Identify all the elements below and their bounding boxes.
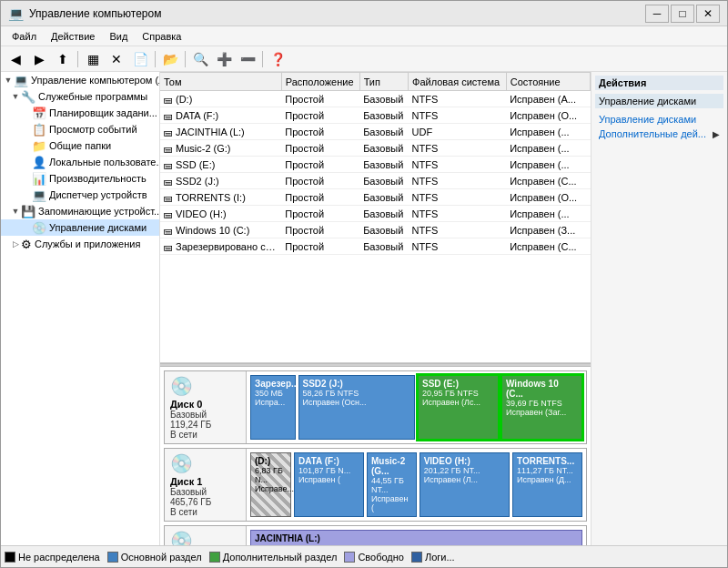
disk-status-disk1: В сети	[170, 507, 240, 517]
main-window: 💻 Управление компьютером ─ □ ✕ Файл Дейс…	[0, 0, 728, 568]
sidebar-item-scheduler[interactable]: 📅 Планировщик задани...	[1, 105, 159, 121]
sidebar-item-diskmgmt[interactable]: 💿 Управление дисками	[1, 219, 159, 236]
legend-box-primary	[107, 552, 118, 563]
menu-action[interactable]: Действие	[44, 29, 102, 44]
menu-view[interactable]: Вид	[102, 29, 135, 44]
col-vol[interactable]: Том	[160, 73, 281, 91]
partition-disk0-2[interactable]: SSD (E:)20,95 ГБ NTFSИсправен (Лс...	[418, 375, 499, 440]
action-disk-mgmt[interactable]: Управление дисками	[595, 112, 723, 127]
partition-disk0-3[interactable]: Windows 10 (С...39,69 ГБ NTFSИсправен (З…	[501, 375, 582, 440]
table-row[interactable]: 🖴TORRENTS (I:)ПростойБазовыйNTFSИсправен…	[160, 189, 591, 206]
sidebar-label-storage: Запоминающие устройст...	[38, 206, 160, 217]
partition-cdrom0-0[interactable]: JACINTHIA (L:)3,25 ГБ UDFИсправен (Основ…	[250, 530, 582, 545]
legend-free: Свободно	[344, 552, 404, 563]
sidebar-item-localusers[interactable]: 👤 Локальные пользовате...	[1, 154, 159, 170]
sidebar-item-services[interactable]: ▷ ⚙ Службы и приложения	[1, 236, 159, 252]
menu-help[interactable]: Справка	[135, 29, 188, 44]
toolbar-separator-1	[77, 51, 78, 67]
up-button[interactable]: ⬆	[52, 49, 74, 69]
zoom-out-button[interactable]: ➖	[237, 49, 258, 69]
maximize-button[interactable]: □	[671, 5, 694, 23]
expand-icon-root: ▼	[3, 76, 14, 85]
col-loc[interactable]: Расположение	[281, 73, 359, 91]
export-button[interactable]: 📂	[159, 49, 181, 69]
legend-logical: Логи...	[411, 552, 455, 563]
disk-size-disk0: 119,24 ГБ	[170, 420, 240, 430]
col-status[interactable]: Состояние	[506, 73, 590, 91]
partition-disk1-4[interactable]: TORRENTS...111,27 ГБ NT...Исправен (Д...	[512, 452, 582, 517]
legend-box-unallocated	[5, 552, 15, 563]
partition-status-disk1-1: Исправен (	[298, 475, 359, 484]
sidebar-item-shared[interactable]: 📁 Общие папки	[1, 137, 159, 154]
action-more[interactable]: Дополнительные дей... ▶	[595, 127, 723, 141]
forward-button[interactable]: ▶	[28, 49, 50, 69]
table-cell-col3: NTFS	[409, 189, 507, 206]
close-button[interactable]: ✕	[696, 5, 720, 23]
table-row[interactable]: 🖴(D:)ПростойБазовыйNTFSИсправен (А...	[160, 91, 591, 107]
table-row[interactable]: 🖴Windows 10 (C:)ПростойБазовыйNTFSИсправ…	[160, 222, 591, 238]
disk-info-disk0: 💿Диск 0Базовый119,24 ГБВ сети	[165, 371, 247, 443]
zoom-in-button[interactable]: ➕	[213, 49, 235, 69]
table-row[interactable]: 🖴DATA (F:)ПростойБазовыйNTFSИсправен (О.…	[160, 107, 591, 124]
table-row[interactable]: 🖴JACINTHIA (L:)ПростойБазовыйUDFИсправен…	[160, 124, 591, 140]
partition-disk1-2[interactable]: Music-2 (G...44,55 ГБ NT...Исправен (	[367, 452, 417, 517]
partition-name-disk0-3: Windows 10 (С...	[506, 379, 578, 399]
partition-disk0-1[interactable]: SSD2 (J:)58,26 ГБ NTFSИсправен (Осн...	[298, 375, 416, 440]
sidebar-label-scheduler: Планировщик задани...	[49, 107, 157, 118]
table-cell-col2: Базовый	[359, 222, 408, 238]
partition-status-disk1-4: Исправен (Д...	[517, 475, 578, 484]
toolbar: ◀ ▶ ⬆ ▦ ✕ 📄 📂 🔍 ➕ ➖ ❓	[1, 46, 727, 72]
show-hide-button[interactable]: ▦	[82, 49, 104, 69]
search-button[interactable]: 🔍	[189, 49, 211, 69]
sidebar-item-utils[interactable]: ▼ 🔧 Служебные программы	[1, 88, 159, 105]
partition-size-disk1-0: 6,83 ГБ N...	[255, 466, 287, 484]
disk-partitions-disk1: (D:)6,83 ГБ N...Исправе...DATA (F:)101,8…	[247, 449, 586, 521]
table-row[interactable]: 🖴SSD2 (J:)ПростойБазовыйNTFSИсправен (С.…	[160, 173, 591, 189]
legend-label-additional: Дополнительный раздел	[223, 552, 338, 563]
sidebar-item-perf[interactable]: 📊 Производительность	[1, 170, 159, 187]
table-cell-col0: 🖴JACINTHIA (L:)	[160, 124, 281, 140]
sidebar: ▼ 💻 Управление компьютером (л... ▼ 🔧 Слу…	[1, 72, 160, 545]
partition-status-disk0-3: Исправен (Заг...	[506, 408, 578, 417]
col-fs[interactable]: Файловая система	[409, 73, 507, 91]
partition-disk0-0[interactable]: Зарезер...350 МБИспра...	[250, 375, 296, 440]
partition-name-disk0-0: Зарезер...	[255, 379, 291, 389]
help-button[interactable]: ❓	[267, 49, 288, 69]
partition-status-disk0-1: Исправен (Осн...	[303, 398, 411, 407]
menu-file[interactable]: Файл	[5, 29, 44, 44]
sidebar-label-root: Управление компьютером (л...	[31, 75, 160, 86]
table-cell-col3: NTFS	[409, 222, 507, 238]
disk-name-disk1: Диск 1	[170, 476, 240, 487]
partition-disk1-0[interactable]: (D:)6,83 ГБ N...Исправе...	[250, 452, 291, 517]
table-row[interactable]: 🖴Music-2 (G:)ПростойБазовыйNTFSИсправен …	[160, 140, 591, 157]
sidebar-label-localusers: Локальные пользовате...	[49, 157, 160, 167]
sidebar-item-devmgr[interactable]: 💻 Диспетчер устройств	[1, 187, 159, 203]
table-row[interactable]: 🖴SSD (E:)ПростойБазовыйNTFSИсправен (...	[160, 157, 591, 173]
properties-button[interactable]: 📄	[129, 49, 151, 69]
delete-button[interactable]: ✕	[106, 49, 127, 69]
sidebar-label-perf: Производительность	[49, 173, 147, 184]
col-type[interactable]: Тип	[359, 73, 408, 91]
table-row[interactable]: 🖴Зарезервировано системойПростойБазовыйN…	[160, 238, 591, 255]
sidebar-item-events[interactable]: 📋 Просмотр событий	[1, 121, 159, 137]
partition-status-disk1-0: Исправе...	[255, 484, 287, 493]
table-cell-col3: NTFS	[409, 173, 507, 189]
partition-disk1-1[interactable]: DATA (F:)101,87 ГБ N...Исправен (	[294, 452, 364, 517]
partition-size-disk0-0: 350 МБ	[255, 389, 291, 398]
disk-icon: 🖴	[164, 95, 173, 105]
back-button[interactable]: ◀	[5, 49, 26, 69]
partition-name-disk1-4: TORRENTS...	[517, 456, 578, 466]
table-area[interactable]: Том Расположение Тип Файловая система Со…	[160, 72, 591, 363]
disk-icon: 🖴	[164, 242, 173, 252]
table-cell-col4: Исправен (...	[506, 157, 590, 173]
sidebar-item-storage[interactable]: ▼ 💾 Запоминающие устройст...	[1, 203, 159, 219]
disk-icon: 🖴	[164, 160, 173, 170]
toolbar-separator-3	[185, 51, 186, 67]
sidebar-item-root[interactable]: ▼ 💻 Управление компьютером (л...	[1, 72, 159, 88]
disk-partitions-disk0: Зарезер...350 МБИспра...SSD2 (J:)58,26 Г…	[247, 371, 586, 443]
minimize-button[interactable]: ─	[645, 5, 669, 23]
partition-disk1-3[interactable]: VIDEO (H:)201,22 ГБ NT...Исправен (Л...	[420, 452, 510, 517]
table-row[interactable]: 🖴VIDEO (H:)ПростойБазовыйNTFSИсправен (.…	[160, 206, 591, 222]
legend-label-primary: Основной раздел	[121, 552, 202, 563]
partition-status-disk1-2: Исправен (	[371, 494, 412, 512]
